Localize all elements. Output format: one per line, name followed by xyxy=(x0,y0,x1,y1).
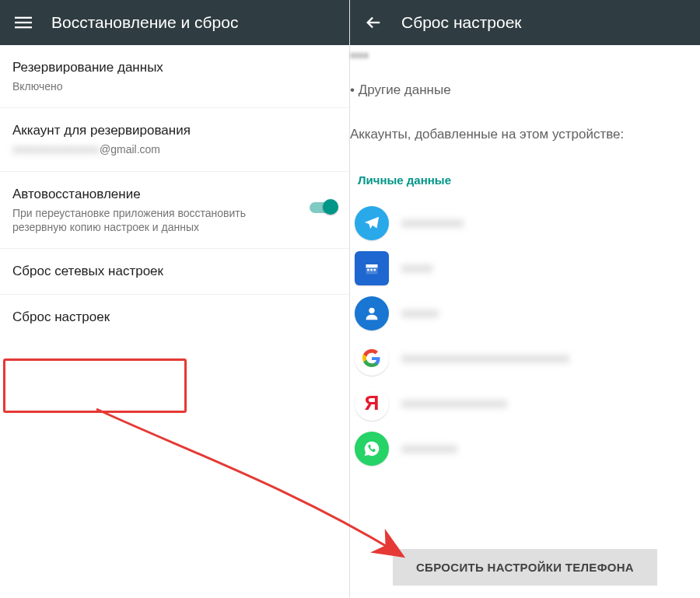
item-sublabel: Включено xyxy=(12,79,337,93)
item-factory-reset[interactable]: Сброс настроек xyxy=(0,295,349,340)
svg-rect-8 xyxy=(374,269,376,271)
accounts-list: xxxxxxxxxx xxxxx xxxxxx xyxy=(350,201,700,471)
svg-point-9 xyxy=(369,308,374,313)
factory-reset-screen: Сброс настроек xxxx • Другие данные Акка… xyxy=(350,0,700,598)
account-label: xxxxxxxxxxxxxxxxx xyxy=(401,397,507,411)
page-title-right: Сброс настроек xyxy=(401,13,522,32)
calendar-icon xyxy=(355,251,389,285)
autorestore-toggle[interactable] xyxy=(309,200,337,215)
accounts-heading: Аккаунты, добавленные на этом устройстве… xyxy=(350,126,700,144)
svg-rect-1 xyxy=(15,22,32,23)
account-row-calendar: xxxxx xyxy=(350,246,700,291)
item-label: Сброс настроек xyxy=(12,309,337,326)
appbar-right: Сброс настроек xyxy=(350,0,700,45)
google-icon xyxy=(355,341,389,376)
item-sublabel: При переустановке приложения восстановит… xyxy=(12,206,299,234)
item-label: Резервирование данных xyxy=(12,59,337,76)
personal-data-label: Личные данные xyxy=(358,173,700,187)
account-row-whatsapp: xxxxxxxxx xyxy=(350,426,700,471)
svg-rect-7 xyxy=(370,269,373,271)
item-label: Аккаунт для резервирования xyxy=(12,122,337,139)
account-label: xxxxx xyxy=(401,261,432,275)
svg-rect-6 xyxy=(367,269,369,271)
item-sublabel: xxxxxxxxxxxxxxxx@gmail.com xyxy=(12,142,337,156)
svg-rect-2 xyxy=(15,26,32,28)
item-backup-data[interactable]: Резервирование данных Включено xyxy=(0,45,349,108)
item-network-reset[interactable]: Сброс сетевых настроек xyxy=(0,249,349,295)
account-label: xxxxxxxxxx xyxy=(401,216,464,230)
telegram-icon xyxy=(355,206,389,240)
svg-rect-0 xyxy=(15,17,32,19)
annotation-highlight xyxy=(3,358,187,413)
whatsapp-icon xyxy=(355,432,389,466)
backup-reset-screen: Восстановление и сброс Резервирование да… xyxy=(0,0,350,598)
yandex-icon: Я xyxy=(355,386,389,421)
item-label: Автовосстановление xyxy=(12,186,299,203)
item-backup-account[interactable]: Аккаунт для резервирования xxxxxxxxxxxxx… xyxy=(0,108,349,171)
item-label: Сброс сетевых настроек xyxy=(12,263,337,280)
account-row-google: xxxxxxxxxxxxxxxxxxxxxxxxxxx xyxy=(350,336,700,381)
account-label: xxxxxxxxxxxxxxxxxxxxxxxxxxx xyxy=(401,351,569,365)
reset-phone-button[interactable]: СБРОСИТЬ НАСТРОЙКИ ТЕЛЕФОНА xyxy=(393,549,657,586)
truncated-line: xxxx xyxy=(350,50,700,61)
item-autorestore[interactable]: Автовосстановление При переустановке при… xyxy=(0,172,349,249)
page-title-left: Восстановление и сброс xyxy=(51,13,238,32)
account-row-contacts: xxxxxx xyxy=(350,291,700,336)
hamburger-icon[interactable] xyxy=(11,10,36,35)
account-row-yandex: Я xxxxxxxxxxxxxxxxx xyxy=(350,381,700,426)
back-arrow-icon[interactable] xyxy=(361,10,386,35)
account-label: xxxxxxxxx xyxy=(401,442,457,456)
appbar-left: Восстановление и сброс xyxy=(0,0,349,45)
account-label: xxxxxx xyxy=(401,306,439,320)
account-row-telegram: xxxxxxxxxx xyxy=(350,201,700,246)
contact-icon xyxy=(355,296,389,330)
svg-rect-5 xyxy=(366,264,378,268)
bullet-other-data: • Другие данные xyxy=(350,82,700,98)
